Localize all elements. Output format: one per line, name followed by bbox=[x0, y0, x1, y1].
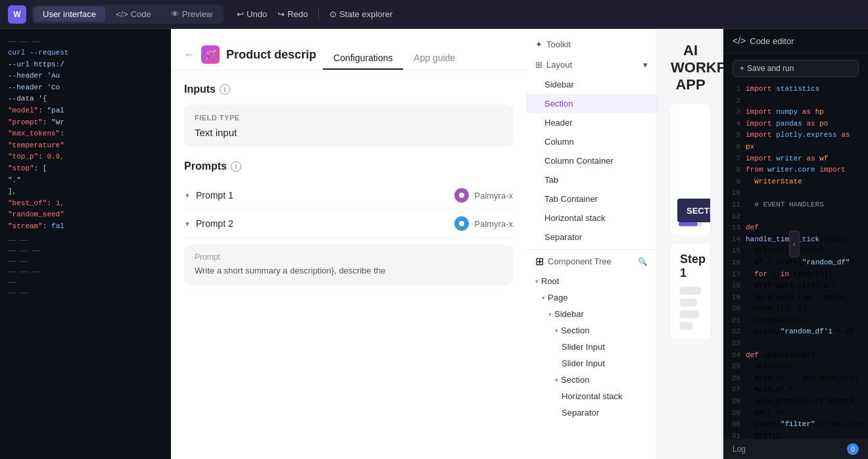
collapse-button[interactable]: ‹ bbox=[789, 231, 800, 257]
prompt1-chevron: ▼ bbox=[184, 192, 191, 199]
prompt2-badge-dot bbox=[459, 221, 464, 226]
code-background: —— —— —— curl --request --url https:/ --… bbox=[0, 29, 171, 459]
tree-section1-chevron: ▾ bbox=[555, 327, 558, 334]
log-badge: 0 bbox=[847, 443, 859, 455]
prompts-info-icon[interactable]: i bbox=[231, 161, 241, 172]
tab-preview[interactable]: 👁Preview bbox=[162, 7, 222, 22]
step-content-lines bbox=[680, 287, 701, 330]
ce-line-12: 12 bbox=[730, 211, 868, 223]
field-type-value: Text input bbox=[195, 127, 502, 138]
layout-item-column-container[interactable]: Column Container bbox=[526, 151, 657, 170]
component-tree-header: ⊞ Component Tree 🔍 bbox=[526, 249, 657, 273]
tree-root[interactable]: ▾ Root bbox=[526, 273, 657, 289]
code-editor-title: Code editor bbox=[750, 36, 794, 46]
inputs-title: Inputs i bbox=[184, 84, 513, 95]
layout-item-column[interactable]: Column bbox=[526, 132, 657, 151]
prompt1-badge-dot bbox=[459, 193, 464, 198]
prompt2-badge bbox=[454, 216, 469, 231]
ce-line-2: 2 bbox=[730, 95, 868, 107]
undo-button[interactable]: ↩ Undo bbox=[237, 9, 267, 19]
plus-icon: + bbox=[740, 64, 744, 73]
ce-line-1: 1import statistics bbox=[730, 84, 868, 95]
tab-app-guide[interactable]: App guide bbox=[403, 47, 466, 70]
tree-page-label: Page bbox=[548, 293, 567, 302]
ce-line-3: 3import numpy as hp bbox=[730, 107, 868, 118]
code-editor-panel: </> Code editor + Save and run 1import s… bbox=[723, 29, 868, 459]
prompt-text-box: Prompt Write a short summary a descripti… bbox=[184, 245, 513, 285]
step-title: Step 1 bbox=[680, 253, 701, 280]
prompt-label: Prompt bbox=[195, 253, 502, 262]
tree-separator-label: Separator bbox=[562, 408, 599, 418]
ce-line-4: 4import pandas as po bbox=[730, 118, 868, 130]
layout-item-separator[interactable]: Separator bbox=[526, 228, 657, 247]
ce-line-20: 20 rand (10, 1), bbox=[730, 303, 868, 315]
layout-item-tab-container[interactable]: Tab Container bbox=[526, 189, 657, 208]
tree-separator[interactable]: Separator bbox=[526, 404, 657, 421]
prompt2-model: Palmyra-x bbox=[474, 219, 513, 229]
tree-slider-input-1[interactable]: Slider Input bbox=[526, 339, 657, 355]
tab-user-interface[interactable]: User interface bbox=[34, 7, 105, 22]
tree-slider2-label: Slider Input bbox=[562, 358, 605, 368]
tree-slider-input-2[interactable]: Slider Input bbox=[526, 355, 657, 372]
layout-item-sidebar[interactable]: Sidebar bbox=[526, 75, 657, 94]
step-line-2 bbox=[680, 299, 697, 306]
prompt-item-1[interactable]: ▼ Prompt 1 Palmyra-x bbox=[184, 181, 513, 210]
app-logo: W bbox=[8, 5, 26, 24]
ce-line-21: 21 decimals=9) bbox=[730, 315, 868, 327]
ce-line-24: 24def update(state, bbox=[730, 350, 868, 362]
log-bar: Log 0 bbox=[723, 439, 868, 459]
prompt1-name: Prompt 1 bbox=[196, 190, 450, 201]
step-line-1 bbox=[680, 287, 701, 295]
state-explorer-icon: ⊙ bbox=[329, 9, 337, 19]
product-panel: ← 🪄 Product descrip Configurations App g… bbox=[171, 29, 526, 459]
tree-search-icon[interactable]: 🔍 bbox=[638, 257, 648, 266]
layout-label: Layout bbox=[546, 60, 639, 70]
step-line-3 bbox=[680, 310, 699, 318]
progress-fill bbox=[679, 222, 698, 226]
tab-code[interactable]: </>Code bbox=[107, 7, 160, 22]
layout-item-section[interactable]: Section bbox=[526, 94, 657, 113]
ce-line-16: 16 df = state["random_df"] bbox=[730, 257, 868, 269]
tree-horizontal-stack[interactable]: Horizontal stack bbox=[526, 388, 657, 404]
ce-line-28: 28 main_dfImain_df|'length_ bbox=[730, 396, 868, 408]
ce-line-6: 6px bbox=[730, 141, 868, 153]
layout-icon: ⊞ bbox=[535, 60, 542, 70]
state-explorer-button[interactable]: ⊙ State explorer bbox=[329, 9, 393, 19]
tree-section2-label: Section bbox=[561, 375, 589, 385]
tab-configurations[interactable]: Configurations bbox=[323, 47, 403, 70]
ce-line-11: 11 # EVENT HANDLERS bbox=[730, 199, 868, 211]
tree-root-label: Root bbox=[541, 276, 559, 286]
prompt1-model: Palmyra-x bbox=[474, 191, 513, 201]
toolkit-label: Toolkit bbox=[546, 39, 571, 49]
ce-line-26: 26 main_df = _get_main_df() bbox=[730, 373, 868, 385]
save-run-button[interactable]: + Save and run bbox=[733, 60, 859, 77]
topbar-actions: ↩ Undo ↪ Redo ⊙ State explorer bbox=[237, 8, 393, 21]
section-label: SECTION ▶ + bbox=[677, 199, 710, 222]
redo-button[interactable]: ↪ Redo bbox=[277, 9, 308, 19]
prompt2-name: Prompt 2 bbox=[196, 218, 450, 229]
save-run-label: Save and run bbox=[747, 64, 794, 73]
layout-item-header[interactable]: Header bbox=[526, 113, 657, 132]
ce-line-22: 22 statel"random_df'1 = df bbox=[730, 326, 868, 338]
tree-section-1[interactable]: ▾ Section bbox=[526, 322, 657, 339]
tree-section-2[interactable]: ▾ Section bbox=[526, 372, 657, 388]
ce-line-5: 5import plotly.express as bbox=[730, 130, 868, 141]
tree-sidebar[interactable]: ▾ Sidebar bbox=[526, 306, 657, 322]
inputs-info-icon[interactable]: i bbox=[220, 84, 230, 95]
ce-line-18: 18 dfIf'pgcf_{i+1}'1 = bbox=[730, 280, 868, 292]
chart-area: SECTION ▶ + bbox=[671, 104, 710, 235]
tree-sidebar-label: Sidebar bbox=[554, 309, 584, 319]
tree-section2-chevron: ▾ bbox=[555, 377, 558, 383]
code-editor-body: 1import statistics 2 3import numpy as hp… bbox=[723, 84, 868, 454]
back-button[interactable]: ← bbox=[184, 49, 195, 60]
prompt-item-2[interactable]: ▼ Prompt 2 Palmyra-x bbox=[184, 210, 513, 238]
layout-header[interactable]: ⊞ Layout ▾ bbox=[526, 55, 657, 75]
prompts-title: Prompts i bbox=[184, 160, 513, 172]
prompt2-chevron: ▼ bbox=[184, 220, 191, 228]
layout-item-horizontal-stack[interactable]: Horizontal stack bbox=[526, 208, 657, 228]
tree-page[interactable]: ▾ Page bbox=[526, 289, 657, 306]
tree-hstack-label: Horizontal stack bbox=[562, 391, 622, 401]
preview-title: AI WORKFLOW APP bbox=[671, 42, 710, 93]
layout-item-tab[interactable]: Tab bbox=[526, 170, 657, 189]
panel-header: ← 🪄 Product descrip Configurations App g… bbox=[171, 29, 526, 70]
